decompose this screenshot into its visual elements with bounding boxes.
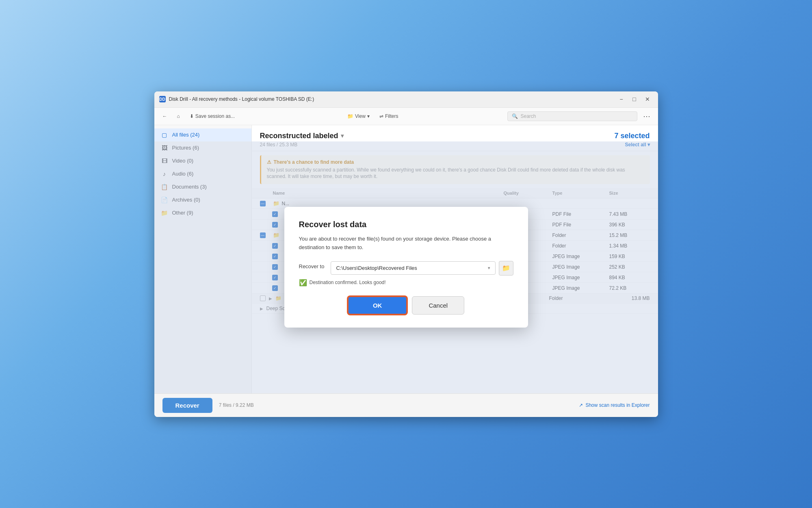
folder-icon: 📁 (347, 113, 353, 119)
title-bar: DD Disk Drill - All recovery methods - L… (154, 91, 658, 108)
close-button[interactable]: ✕ (642, 93, 653, 105)
minimize-button[interactable]: − (616, 93, 627, 105)
filter-icon: ⇌ (379, 113, 383, 119)
title-dropdown-icon[interactable]: ▾ (341, 132, 344, 139)
more-options-button[interactable]: ⋯ (641, 111, 653, 122)
folder-browse-icon: 📁 (502, 264, 510, 272)
modal-description: You are about to recover the file(s) fou… (299, 235, 513, 252)
search-icon: 🔍 (512, 113, 518, 119)
main-area: ▢ All files (24) 🖼 Pictures (6) 🎞 Video … (154, 125, 658, 393)
save-icon: ⬇ (190, 113, 194, 119)
app-icon: DD (159, 96, 166, 102)
search-box[interactable]: 🔍 Search (507, 111, 637, 121)
external-link-icon: ↗ (579, 402, 583, 408)
home-icon: ⌂ (177, 113, 180, 119)
window-title: Disk Drill - All recovery methods - Logi… (169, 96, 616, 102)
modal-title: Recover lost data (299, 220, 513, 229)
cancel-button[interactable]: Cancel (412, 296, 464, 315)
check-circle-icon: ✅ (299, 279, 307, 287)
filters-button[interactable]: ⇌ Filters (376, 112, 402, 121)
recover-dialog: Recover lost data You are about to recov… (284, 207, 528, 328)
modal-overlay: Recover lost data You are about to recov… (154, 141, 658, 393)
recover-button[interactable]: Recover (162, 398, 212, 413)
sidebar-item-all-files[interactable]: ▢ All files (24) (154, 128, 251, 141)
back-button[interactable]: ← (159, 112, 171, 121)
show-in-explorer-button[interactable]: ↗ Show scan results in Explorer (579, 402, 650, 408)
view-chevron-icon: ▾ (367, 113, 370, 119)
modal-buttons: OK Cancel (299, 296, 513, 315)
toolbar: ← ⌂ ⬇ Save session as... 📁 View ▾ ⇌ Filt… (154, 108, 658, 125)
content-title: Reconstructed labeled ▾ (260, 132, 344, 140)
dropdown-chevron-icon: ▾ (488, 265, 490, 271)
bottom-bar: Recover 7 files / 9.22 MB ↗ Show scan re… (154, 393, 658, 417)
browse-folder-button[interactable]: 📁 (499, 261, 513, 276)
recover-file-info: 7 files / 9.22 MB (219, 402, 254, 408)
view-button[interactable]: 📁 View ▾ (344, 112, 373, 121)
ok-button[interactable]: OK (348, 296, 407, 315)
back-icon: ← (162, 113, 167, 119)
recover-to-label: Recover to (299, 263, 325, 269)
all-files-icon: ▢ (161, 132, 168, 138)
save-session-button[interactable]: ⬇ Save session as... (186, 112, 238, 121)
destination-status: ✅ Destination confirmed. Looks good! (299, 279, 513, 287)
home-button[interactable]: ⌂ (174, 112, 183, 121)
maximize-button[interactable]: □ (629, 93, 640, 105)
window-controls: − □ ✕ (616, 93, 653, 105)
destination-dropdown[interactable]: C:\Users\Desktop\Recovered Files ▾ (331, 261, 495, 275)
